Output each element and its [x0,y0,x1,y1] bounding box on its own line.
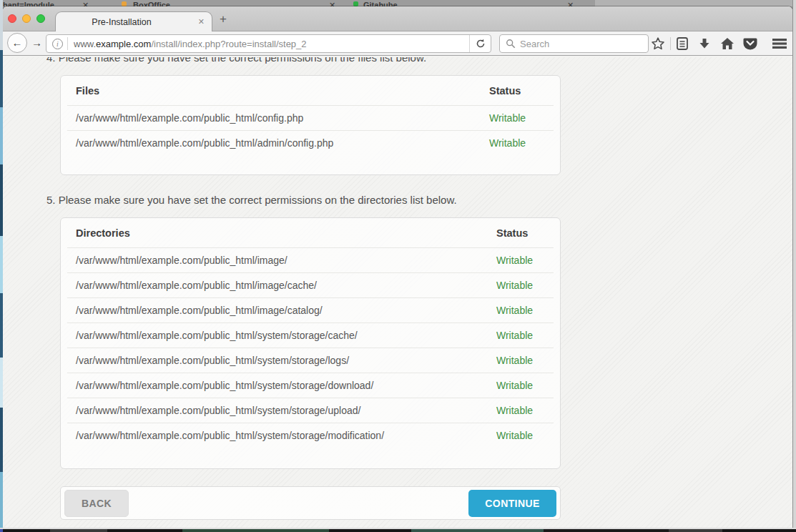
url-path: /install/index.php?route=install/step_2 [151,39,306,49]
file-path: /var/www/html/example.com/public_html/ad… [76,137,489,149]
bookmarks-menu-button[interactable] [674,34,691,53]
pocket-icon [743,37,757,51]
directory-path: /var/www/html/example.com/public_html/sy… [76,429,496,442]
window-close-button[interactable] [8,14,16,23]
back-button[interactable]: ← [7,33,27,53]
background-tab-close-icon: ✕ [82,1,89,6]
url-www: www. [74,39,96,49]
pocket-button[interactable] [742,34,759,53]
directories-header-label: Directories [76,227,496,240]
download-arrow-icon [698,37,711,50]
background-tab-favicon [353,1,358,6]
table-row: /var/www/html/example.com/public_html/sy… [67,398,554,423]
directories-table-header: Directories Status [67,218,554,247]
table-row: /var/www/html/example.com/public_html/im… [67,247,554,272]
status-badge: Writable [496,404,545,417]
files-table-header: Files Status [67,76,554,105]
table-row: /var/www/html/example.com/public_html/sy… [67,348,554,373]
table-row: /var/www/html/example.com/public_html/sy… [67,373,554,398]
background-tab-close-icon: ✕ [329,1,335,6]
divider [670,37,671,50]
files-panel: Files Status /var/www/html/example.com/p… [60,75,561,175]
downloads-button[interactable] [696,34,713,53]
hamburger-icon [772,38,787,49]
background-tab-close-icon: ✕ [567,1,574,6]
forward-button[interactable]: → [31,36,42,49]
navigation-toolbar: ← → i www.example.com/install/index.php?… [3,31,792,56]
step-4-instruction: 4. Please make sure you have set the cor… [46,57,566,65]
tab-bar: Pre-Installation ✕ + [3,6,792,31]
table-row: /var/www/html/example.com/public_html/sy… [67,423,554,448]
browser-window: Pre-Installation ✕ + ← → i www.example.c… [3,6,792,528]
table-row: /var/www/html/example.com/public_html/ad… [67,130,554,155]
background-tab-label: BoxOffice [133,1,170,6]
status-badge: Writable [496,329,545,342]
status-badge: Writable [496,379,545,392]
status-badge: Writable [496,279,545,292]
window-minimize-button[interactable] [22,14,31,23]
home-icon [720,37,734,50]
search-placeholder: Search [520,39,549,49]
files-header-label: Files [76,84,489,97]
background-tab-label: Gitahube [363,1,398,6]
search-icon [506,39,516,49]
table-row: /var/www/html/example.com/public_html/im… [67,272,554,297]
url-text[interactable]: www.example.com/install/index.php?route=… [74,39,469,49]
star-icon [651,36,665,51]
background-tab-label: hant=lmodule... [3,1,61,6]
tab-title: Pre-Installation [56,17,187,27]
status-header-label: Status [489,84,545,97]
back-button-wizard[interactable]: BACK [64,490,129,517]
url-bar[interactable]: i www.example.com/install/index.php?rout… [46,34,491,53]
status-badge: Writable [496,354,545,367]
window-zoom-button[interactable] [36,14,45,23]
reload-icon [476,39,486,49]
background-window-left-sliver [0,0,3,532]
directory-path: /var/www/html/example.com/public_html/sy… [76,404,496,417]
site-info-icon[interactable]: i [52,39,63,49]
page-viewport: 4. Please make sure you have set the cor… [3,57,792,528]
step-5-instruction: 5. Please make sure you have set the cor… [46,193,566,207]
status-header-label: Status [496,227,545,240]
continue-button[interactable]: CONTINUE [468,490,556,517]
status-badge: Writable [489,112,545,124]
directory-path: /var/www/html/example.com/public_html/sy… [76,379,496,392]
background-window-bottom-sliver [0,528,796,532]
directory-path: /var/www/html/example.com/public_html/im… [76,279,496,292]
background-window-right-sliver [792,0,796,532]
table-row: /var/www/html/example.com/public_html/sy… [67,322,554,348]
status-badge: Writable [496,429,545,442]
directory-path: /var/www/html/example.com/public_html/im… [76,254,496,267]
status-badge: Writable [489,137,545,149]
table-row: /var/www/html/example.com/public_html/im… [67,297,554,322]
clipboard-icon [676,36,689,51]
status-badge: Writable [496,254,545,267]
background-window-top-sliver: hant=lmodule... ✕ BoxOffice ✕ Gitahube ✕ [0,0,796,6]
tab-close-icon[interactable]: ✕ [198,17,205,26]
background-window-area [595,0,796,6]
file-path: /var/www/html/example.com/public_html/co… [76,112,489,124]
table-row: /var/www/html/example.com/public_html/co… [67,105,554,130]
search-input[interactable]: Search [499,34,649,53]
status-badge: Writable [496,304,545,317]
installer-content: 4. Please make sure you have set the cor… [46,57,566,520]
directory-path: /var/www/html/example.com/public_html/sy… [76,354,496,367]
reload-button[interactable] [469,35,491,52]
wizard-button-bar: BACK CONTINUE [60,486,561,520]
background-tab-favicon [122,1,127,6]
url-domain: example.com [96,39,151,49]
screen: hant=lmodule... ✕ BoxOffice ✕ Gitahube ✕… [0,0,796,532]
divider [67,37,68,50]
directory-path: /var/www/html/example.com/public_html/sy… [76,329,496,342]
directory-path: /var/www/html/example.com/public_html/im… [76,304,496,317]
new-tab-button[interactable]: + [220,12,227,26]
directories-panel: Directories Status /var/www/html/example… [60,217,561,469]
home-button[interactable] [719,34,736,53]
tab-pre-installation[interactable]: Pre-Installation ✕ [55,11,212,32]
menu-button[interactable] [770,34,790,53]
bookmark-star-button[interactable] [649,34,667,53]
